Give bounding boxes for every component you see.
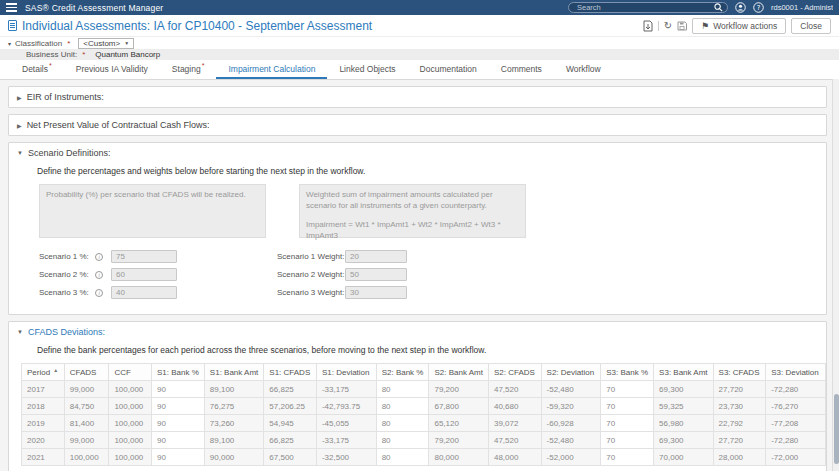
tab-impairment-calculation[interactable]: Impairment Calculation: [216, 60, 327, 79]
table-cell: -52,480: [541, 381, 601, 398]
column-header-s2-cfads[interactable]: S2: CFADS: [488, 364, 541, 381]
workflow-flag-icon: ⚑: [701, 21, 709, 31]
column-header-s2-deviation[interactable]: S2: Deviation: [541, 364, 601, 381]
app-title: SAS® Credit Assessment Manager: [25, 3, 163, 13]
scenario-definitions-section: ▼ Scenario Definitions: Define the perce…: [8, 142, 827, 315]
classification-dropdown[interactable]: <Custom> ▼: [78, 38, 134, 49]
editable-cell[interactable]: 90: [152, 381, 205, 398]
eir-section: ▶ EIR of Instruments:: [8, 86, 827, 108]
table-row: 201981,400100,0009073,26054,945-45,05580…: [22, 415, 826, 432]
table-cell: 79,200: [429, 381, 488, 398]
tab-details[interactable]: Details*: [10, 58, 64, 79]
table-cell: 100,000: [109, 398, 152, 415]
table-cell: 39,072: [488, 415, 541, 432]
column-header-s1-deviation[interactable]: S1: Deviation: [316, 364, 376, 381]
editable-cell[interactable]: 70: [601, 432, 654, 449]
table-cell: 22,792: [713, 415, 766, 432]
editable-cell[interactable]: 80: [376, 381, 429, 398]
info-icon: i: [95, 271, 103, 279]
eir-section-header[interactable]: ▶ EIR of Instruments:: [9, 87, 826, 107]
scrollbar-thumb[interactable]: [834, 394, 839, 464]
table-cell: 100,000: [109, 381, 152, 398]
user-icon[interactable]: [735, 2, 746, 13]
classification-label: Classification: [15, 39, 62, 48]
table-cell: -42,793.75: [316, 398, 376, 415]
collapsed-triangle-icon: ▶: [17, 94, 22, 101]
search-input[interactable]: Search: [568, 2, 728, 13]
column-header-s1-bank-amt[interactable]: S1: Bank Amt: [204, 364, 263, 381]
tab-linked-objects[interactable]: Linked Objects: [327, 60, 407, 79]
column-header-s2-bank-[interactable]: S2: Bank %: [376, 364, 429, 381]
menu-icon[interactable]: [6, 3, 17, 12]
editable-cell[interactable]: 70: [601, 415, 654, 432]
editable-cell[interactable]: 80: [376, 449, 429, 466]
table-cell: 65,120: [429, 415, 488, 432]
classification-row: ▾ Classification * <Custom> ▼: [0, 37, 839, 49]
page-header: Individual Assessments: IA for CP10400 -…: [0, 15, 839, 37]
table-cell: 69,300: [654, 432, 713, 449]
editable-cell[interactable]: 90: [152, 432, 205, 449]
tab-previous-ia-validity[interactable]: Previous IA Validity: [64, 60, 160, 79]
column-header-cfads[interactable]: CFADS: [64, 364, 109, 381]
table-cell: 23,730: [713, 398, 766, 415]
user-label[interactable]: rds0001 - Administrator: [771, 3, 833, 12]
scenario-percent-fields: Scenario 1 %:i75Scenario 2 %:i60Scenario…: [39, 250, 177, 304]
workflow-actions-button[interactable]: ⚑ Workflow actions: [692, 18, 786, 34]
field-label: Scenario 2 Weight:: [277, 270, 345, 279]
history-icon[interactable]: ↻: [664, 21, 672, 31]
table-cell: 100,000: [109, 415, 152, 432]
field-row: Scenario 1 %:i75: [39, 250, 177, 263]
column-header-s3-bank-[interactable]: S3: Bank %: [601, 364, 654, 381]
column-header-ccf[interactable]: CCF: [109, 364, 152, 381]
table-cell: 2020: [22, 432, 65, 449]
editable-cell[interactable]: 70: [601, 449, 654, 466]
app-bar: SAS® Credit Assessment Manager Search ? …: [0, 0, 839, 15]
tab-documentation[interactable]: Documentation: [408, 60, 489, 79]
search-icon: [714, 3, 723, 12]
editable-cell[interactable]: 90: [152, 449, 205, 466]
field-row: Scenario 2 %:i60: [39, 268, 177, 281]
editable-cell[interactable]: 80: [376, 432, 429, 449]
table-cell: 67,800: [429, 398, 488, 415]
column-header-s2-bank-amt[interactable]: S2: Bank Amt: [429, 364, 488, 381]
cfads-description: Define the bank percentages for each per…: [37, 345, 826, 355]
close-button[interactable]: Close: [791, 18, 831, 34]
editable-cell[interactable]: 80: [376, 398, 429, 415]
open-document-icon[interactable]: [643, 20, 653, 32]
table-cell: 67,500: [264, 449, 317, 466]
table-cell: 66,825: [264, 381, 317, 398]
column-header-s3-bank-amt[interactable]: S3: Bank Amt: [654, 364, 713, 381]
tab-workflow[interactable]: Workflow: [554, 60, 613, 79]
column-header-s3-deviation[interactable]: S3: Deviation: [766, 364, 826, 381]
npv-section-header[interactable]: ▶ Net Present Value of Contractual Cash …: [9, 115, 826, 135]
help-icon[interactable]: ?: [753, 2, 764, 13]
editable-cell[interactable]: 90: [152, 415, 205, 432]
cfads-section-header[interactable]: ▼ CFADS Deviations:: [9, 322, 826, 342]
editable-cell[interactable]: 80: [376, 415, 429, 432]
disabled-input: 20: [345, 250, 407, 263]
table-cell: -59,320: [541, 398, 601, 415]
field-row: Scenario 1 Weight:20: [277, 250, 407, 263]
column-header-period[interactable]: Period▲: [22, 364, 65, 381]
table-cell: -52,480: [541, 432, 601, 449]
vertical-scrollbar[interactable]: [832, 79, 839, 471]
column-header-s1-bank-[interactable]: S1: Bank %: [152, 364, 205, 381]
field-row: Scenario 2 Weight:50: [277, 268, 407, 281]
editable-cell[interactable]: 70: [601, 381, 654, 398]
editable-cell[interactable]: 70: [601, 398, 654, 415]
tab-staging[interactable]: Staging*: [160, 58, 217, 79]
table-cell: -77,208: [766, 415, 826, 432]
table-cell: -33,175: [316, 432, 376, 449]
scenario-section-header[interactable]: ▼ Scenario Definitions:: [9, 143, 826, 163]
column-header-s1-cfads[interactable]: S1: CFADS: [264, 364, 317, 381]
table-cell: 28,000: [713, 449, 766, 466]
npv-section: ▶ Net Present Value of Contractual Cash …: [8, 114, 827, 136]
column-header-s3-cfads[interactable]: S3: CFADS: [713, 364, 766, 381]
collapse-triangle-icon[interactable]: ▾: [8, 40, 11, 47]
table-cell: -60,928: [541, 415, 601, 432]
field-label: Scenario 3 %:: [39, 288, 95, 297]
tab-comments[interactable]: Comments: [489, 60, 554, 79]
editable-cell[interactable]: 90: [152, 398, 205, 415]
save-icon[interactable]: [677, 21, 687, 31]
info-icon: i: [95, 253, 103, 261]
